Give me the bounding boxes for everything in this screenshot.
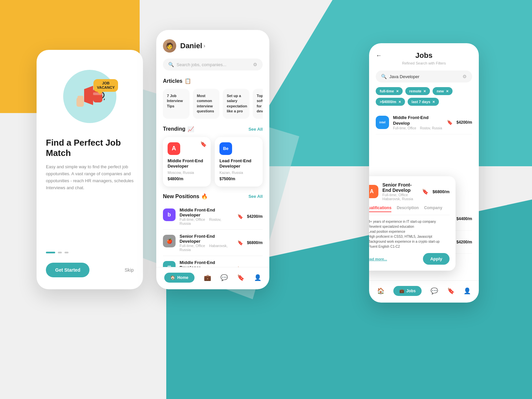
jobs-nav-jobs-button[interactable]: 💼 Jobs bbox=[393, 286, 422, 296]
position-item-2[interactable]: 🍎 Senior Front-End Developer Full-time, … bbox=[163, 230, 263, 256]
bookmark-nav-icon: 🔖 bbox=[237, 274, 244, 281]
remove-last7days[interactable]: ✕ bbox=[432, 100, 435, 104]
position-title-2: Senior Front-End Developer bbox=[180, 234, 231, 244]
position-salary-2: $6800/m bbox=[247, 240, 263, 245]
jobs-list-info-top: Middle Front-End Develop Full-time, Offi… bbox=[393, 115, 443, 130]
trending-location-1: Moscow, Russia bbox=[168, 171, 206, 175]
tab-company[interactable]: Company bbox=[424, 205, 442, 212]
job-detail-card: A Senior Front-End Develop Full-time, Of… bbox=[369, 176, 456, 271]
dot-3 bbox=[65, 252, 68, 253]
trending-salary-2: $7500/m bbox=[219, 177, 258, 181]
jobs-list-salary-top: $4200/m bbox=[457, 120, 472, 125]
tab-description[interactable]: Description bbox=[397, 205, 419, 212]
position-salary-1: $4200/m bbox=[247, 214, 263, 219]
article-title-3: Set up a salary expectation like a pro bbox=[227, 94, 247, 113]
jobs-list-item-top[interactable]: intel Middle Front-End Develop Full-time… bbox=[376, 111, 472, 134]
nav-briefcase[interactable]: 💼 bbox=[204, 274, 211, 281]
qual-6: Fluent English C1-C2 bbox=[369, 244, 450, 249]
jobs-list-salary-4: $4200/m bbox=[457, 240, 472, 244]
briefcase-icon: 💼 bbox=[204, 274, 211, 281]
trending-card-1[interactable]: 🔖 A Middle Front-End Developer Moscow, R… bbox=[163, 137, 211, 187]
tag-last7days[interactable]: last 7 days ✕ bbox=[408, 98, 439, 106]
get-started-button[interactable]: Get Started bbox=[46, 263, 89, 277]
trending-card-2[interactable]: Be Lead Front-End Developer Kazan, Russi… bbox=[215, 137, 263, 187]
home-bottom-nav: 🏠 Home 💼 💬 🔖 👤 bbox=[156, 267, 269, 289]
svg-rect-1 bbox=[77, 96, 83, 99]
jobs-nav-home[interactable]: 🏠 bbox=[377, 287, 384, 295]
avatar-image: 🧑 bbox=[163, 39, 176, 53]
article-title-4: Top 10 soft skills for developer bbox=[257, 94, 263, 113]
new-see-all[interactable]: See All bbox=[248, 194, 263, 199]
jobs-list-title-top: Middle Front-End Develop bbox=[393, 115, 443, 126]
apply-button[interactable]: Apply bbox=[423, 253, 450, 265]
jobs-bottom-nav: 🏠 💼 Jobs 💬 🔖 👤 bbox=[369, 280, 479, 303]
qualifications-list: 4+ years of experience in IT start-up co… bbox=[369, 219, 450, 249]
remove-fulltime[interactable]: ✕ bbox=[396, 89, 399, 93]
jobs-subtitle: Refined Search with Filters bbox=[376, 61, 472, 65]
detail-footer: Read more... Apply bbox=[369, 253, 450, 265]
speech-bubble: JOB VACANCY bbox=[93, 79, 118, 92]
megaphone-container: JOB VACANCY bbox=[75, 82, 105, 110]
position-info-1: Middle Front-End Developer Full-time, Of… bbox=[180, 207, 231, 225]
user-name: Daniel bbox=[180, 42, 202, 50]
trending-logo-2: Be bbox=[219, 142, 232, 155]
tag-salary[interactable]: >$4000/m ✕ bbox=[376, 98, 405, 106]
position-item-1[interactable]: b Middle Front-End Developer Full-time, … bbox=[163, 203, 263, 230]
home-nav-icon: 🏠 bbox=[170, 275, 175, 280]
nav-bookmark[interactable]: 🔖 bbox=[237, 274, 244, 281]
nav-profile[interactable]: 👤 bbox=[254, 274, 261, 281]
onboarding-desc: Easy and simple way to find the perfect … bbox=[46, 164, 134, 191]
article-card-4[interactable]: Top 10 soft skills for developer bbox=[253, 89, 263, 119]
trending-job-title-2: Lead Front-End Developer bbox=[219, 158, 258, 170]
jobs-nav-bookmark[interactable]: 🔖 bbox=[447, 287, 455, 295]
remove-salary[interactable]: ✕ bbox=[398, 100, 401, 104]
tag-new[interactable]: new ✕ bbox=[433, 87, 452, 95]
onboarding-title: Find a Perfect Job Match bbox=[46, 138, 134, 158]
article-title-1: 7 Job Interview Tips bbox=[167, 94, 183, 108]
jobs-list-salary-3: $4400/m bbox=[457, 216, 472, 221]
detail-header: A Senior Front-End Develop Full-time, Of… bbox=[369, 182, 450, 201]
qual-3: Lead position experience bbox=[369, 229, 450, 234]
screens-container: JOB VACANCY Find a Perfec bbox=[0, 0, 532, 399]
qual-4: High proficient in CSS3, HTML5, Javascri… bbox=[369, 234, 450, 239]
bookmark-2: 🔖 bbox=[237, 240, 243, 245]
trending-see-all[interactable]: See All bbox=[248, 127, 263, 132]
home-header: 🧑 Daniel › bbox=[163, 39, 263, 53]
position-title-1: Middle Front-End Developer bbox=[180, 207, 231, 217]
back-button[interactable]: ← bbox=[376, 52, 382, 59]
nav-home-button[interactable]: 🏠 Home bbox=[164, 273, 194, 283]
jobs-nav-chat[interactable]: 💬 bbox=[431, 287, 438, 295]
new-positions-header: New Positions 🔥 See All bbox=[163, 193, 263, 200]
jobs-search-bar[interactable]: 🔍 Java Developer ⚙ bbox=[376, 70, 472, 82]
tab-qualifications[interactable]: Qualifications bbox=[369, 205, 391, 212]
article-card-2[interactable]: Most common interview questions bbox=[193, 89, 219, 119]
detail-job-sub: Full-time, Office Habarovsk, Russia bbox=[382, 193, 418, 201]
tag-remote[interactable]: remote ✕ bbox=[405, 87, 430, 95]
detail-salary: $6800/m bbox=[433, 189, 450, 194]
position-item-3[interactable]: ⊞ Middle Front-End Developer Full-time, … bbox=[163, 256, 263, 267]
jobs-nav-profile[interactable]: 👤 bbox=[464, 287, 471, 295]
position-logo-2: 🍎 bbox=[163, 235, 176, 247]
jobs-search-value: Java Developer bbox=[389, 74, 460, 79]
jobs-nav-label: Jobs bbox=[406, 289, 416, 293]
jobs-bookmark-top: 🔖 bbox=[447, 120, 453, 125]
filter-icon: ⚙ bbox=[253, 62, 257, 67]
qual-1: 4+ years of experience in IT start-up co… bbox=[369, 219, 450, 224]
remove-new[interactable]: ✕ bbox=[446, 89, 449, 93]
pagination-dots bbox=[46, 252, 134, 253]
profile-icon: 👤 bbox=[254, 274, 261, 281]
article-card-3[interactable]: Set up a salary expectation like a pro bbox=[223, 89, 249, 119]
position-logo-3: ⊞ bbox=[163, 261, 176, 267]
screen-onboarding: JOB VACANCY Find a Perfec bbox=[37, 50, 143, 289]
search-bar[interactable]: 🔍 Search jobs, companies... ⚙ bbox=[163, 59, 263, 70]
skip-button[interactable]: Skip bbox=[125, 267, 134, 273]
article-card-1[interactable]: 7 Job Interview Tips bbox=[163, 89, 190, 119]
read-more-link[interactable]: Read more... bbox=[369, 257, 387, 261]
qual-5: Background work experience in a crypto s… bbox=[369, 239, 450, 244]
nav-chat[interactable]: 💬 bbox=[220, 274, 228, 281]
detail-job-title: Senior Front-End Develop bbox=[382, 182, 418, 193]
dot-1 bbox=[46, 252, 55, 253]
tag-fulltime[interactable]: full-time ✕ bbox=[376, 87, 403, 95]
position-logo-1: b bbox=[163, 208, 176, 221]
remove-remote[interactable]: ✕ bbox=[423, 89, 426, 93]
